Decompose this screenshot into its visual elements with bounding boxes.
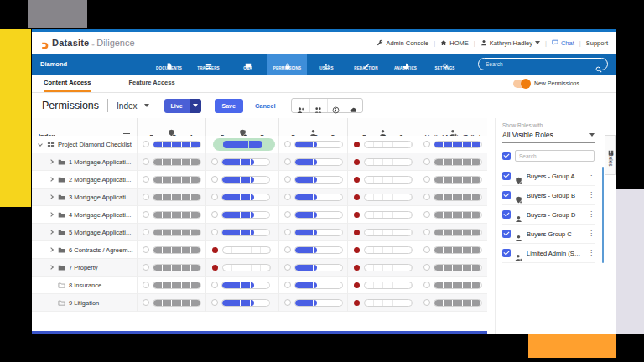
permission-cell[interactable] [347, 153, 418, 171]
new-permissions-toggle[interactable] [513, 80, 530, 88]
role-list-item[interactable]: Limited Admin (Sell...⋮ [502, 244, 595, 263]
permission-cell[interactable] [347, 277, 418, 294]
tree-row[interactable]: 6 Contracts / Agreem... [32, 241, 137, 259]
permission-cell[interactable] [278, 206, 347, 224]
live-button-label[interactable]: Live [164, 99, 190, 113]
permission-cell[interactable] [278, 241, 347, 259]
tree-row[interactable]: 1 Mortgage Applicati... [32, 153, 137, 171]
permission-cell[interactable] [278, 294, 347, 312]
permission-cell[interactable] [137, 277, 205, 294]
permission-cell[interactable] [347, 189, 418, 206]
permission-cell[interactable] [137, 171, 205, 189]
utility-item-admin-console[interactable]: Admin Console [377, 39, 428, 47]
tab-content-access[interactable]: Content Access [44, 75, 91, 92]
permission-cell[interactable] [347, 206, 418, 224]
tree-row[interactable]: 9 Litigation [32, 294, 137, 312]
permission-cell[interactable] [278, 171, 347, 189]
expander-chevron-icon[interactable] [49, 247, 54, 252]
permission-cell[interactable] [347, 136, 418, 153]
tree-row[interactable]: 5 Mortgage Applicati... [32, 224, 137, 241]
permission-cell[interactable] [418, 189, 487, 206]
expander-chevron-icon[interactable] [49, 230, 54, 235]
utility-item-chat[interactable]: Chat [552, 39, 574, 47]
utility-item-home[interactable]: HOME [440, 39, 469, 47]
tree-row[interactable]: 8 Insurance [32, 277, 137, 294]
permission-cell[interactable] [278, 259, 347, 277]
permission-cell[interactable] [278, 277, 347, 294]
permission-cell[interactable] [278, 153, 347, 171]
live-split-button[interactable]: Live [164, 99, 201, 113]
save-button[interactable]: Save [215, 99, 243, 113]
tree-row[interactable]: 2 Mortgage Applicati... [32, 171, 137, 189]
expander-chevron-icon[interactable] [49, 265, 54, 270]
nav-tab-permissions[interactable]: PERMISSIONS [267, 54, 307, 75]
kebab-menu-icon[interactable]: ⋮ [588, 211, 595, 218]
expander-chevron-icon[interactable] [49, 212, 54, 217]
permission-cell[interactable] [205, 206, 278, 224]
permission-cell[interactable] [418, 171, 487, 189]
roles-filter-select[interactable]: All Visible Roles [502, 128, 595, 143]
expander-chevron-icon[interactable] [49, 159, 54, 164]
permission-cell[interactable] [418, 277, 487, 294]
kebab-menu-icon[interactable]: ⋮ [588, 230, 595, 237]
tree-row[interactable]: 4 Mortgage Applicati... [32, 206, 137, 224]
permission-cell[interactable] [137, 206, 205, 224]
permission-cell[interactable] [278, 224, 347, 241]
select-all-roles-checkbox[interactable] [502, 152, 511, 160]
kebab-menu-icon[interactable]: ⋮ [588, 173, 595, 179]
permission-cell[interactable] [137, 259, 205, 277]
expander-chevron-icon[interactable] [38, 142, 43, 147]
permission-cell[interactable] [418, 153, 487, 171]
nav-tab-documents[interactable]: DOCUMENTS [149, 54, 189, 75]
role-checkbox[interactable] [502, 249, 511, 257]
role-checkbox[interactable] [502, 191, 511, 199]
nav-tab-trackers[interactable]: TRACKERS [189, 54, 228, 75]
utility-item-kathryn-hadley[interactable]: Kathryn Hadley [480, 39, 540, 47]
permission-cell[interactable] [137, 189, 205, 206]
download-button[interactable] [345, 99, 362, 112]
permission-cell[interactable] [418, 224, 487, 241]
view-selector[interactable]: Index [117, 101, 148, 111]
nav-tab-q-a[interactable]: Q&A [228, 54, 267, 75]
tree-row[interactable]: 3 Mortgage Applicati... [32, 189, 137, 206]
role-list-item[interactable]: Buyers - Group B⋮ [502, 186, 595, 205]
permission-cell[interactable] [205, 241, 278, 259]
role-checkbox[interactable] [502, 210, 511, 219]
nav-tab-redaction[interactable]: REDACTION [346, 54, 386, 75]
permission-cell[interactable] [418, 259, 487, 277]
permission-cell[interactable] [205, 259, 278, 277]
roles-vertical-tab[interactable]: Roles [605, 135, 616, 175]
add-user-button[interactable] [292, 99, 309, 112]
permission-cell[interactable] [278, 189, 347, 206]
permission-cell[interactable] [418, 294, 487, 312]
permission-cell[interactable] [205, 171, 278, 189]
permission-cell[interactable] [205, 136, 278, 153]
tree-row[interactable]: Project Diamond Checklist [32, 136, 137, 153]
horizontal-scrollbar[interactable] [32, 331, 487, 334]
permission-cell[interactable] [137, 136, 205, 153]
permission-cell[interactable] [205, 153, 278, 171]
utility-item-support[interactable]: Support [586, 39, 608, 47]
search-box[interactable] [478, 58, 608, 70]
role-list-item[interactable]: Buyers - Group D⋮ [502, 205, 595, 225]
bulk-permissions-button[interactable] [309, 99, 327, 112]
expander-chevron-icon[interactable] [49, 177, 54, 182]
permission-cell[interactable] [278, 136, 347, 153]
permission-cell[interactable] [205, 277, 278, 294]
permission-cell[interactable] [418, 206, 487, 224]
permission-cell[interactable] [418, 241, 487, 259]
role-list-item[interactable]: Buyers - Group A⋮ [502, 167, 595, 186]
search-input[interactable] [484, 60, 595, 68]
tree-row[interactable]: 7 Property [32, 259, 137, 277]
permission-cell[interactable] [137, 241, 205, 259]
kebab-menu-icon[interactable]: ⋮ [588, 192, 595, 199]
nav-tab-settings[interactable]: SETTINGS [425, 54, 465, 75]
permission-cell[interactable] [347, 241, 418, 259]
permission-cell[interactable] [205, 189, 278, 206]
permission-cell[interactable] [347, 224, 418, 241]
expander-chevron-icon[interactable] [49, 194, 54, 199]
live-dropdown-button[interactable] [190, 99, 201, 113]
permission-cell[interactable] [137, 294, 205, 312]
permission-cell[interactable] [137, 224, 205, 241]
nav-tab-analytics[interactable]: ANALYTICS [386, 54, 425, 75]
